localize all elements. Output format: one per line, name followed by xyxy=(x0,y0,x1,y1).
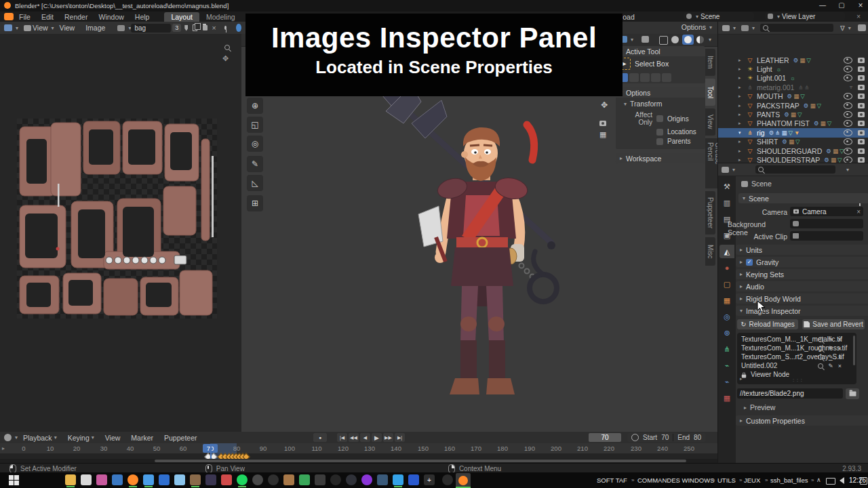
remove-view-layer-icon[interactable]: × xyxy=(856,12,861,20)
disable-render-icon[interactable] xyxy=(858,103,865,108)
minimize-button[interactable]: — xyxy=(814,1,831,9)
mode-invert-icon[interactable] xyxy=(651,73,660,82)
app-icon-movies[interactable] xyxy=(112,474,123,485)
menu-puppeteer[interactable]: Puppeteer xyxy=(159,434,202,442)
locations-checkbox[interactable] xyxy=(656,129,663,136)
origins-checkbox[interactable] xyxy=(656,115,663,122)
jump-start-button[interactable]: |◀ xyxy=(337,433,347,442)
app-icon-store[interactable] xyxy=(81,474,92,485)
app-icon-opera-gx[interactable] xyxy=(361,474,372,485)
app-icon-dark-circle[interactable] xyxy=(330,474,341,485)
timeline-editor-dropdown[interactable]: ▾ xyxy=(4,434,18,441)
shading-solid-icon[interactable] xyxy=(671,36,679,43)
object-name[interactable]: SHIRT xyxy=(757,138,778,146)
blender-menu-icon[interactable] xyxy=(4,13,14,20)
outliner-row[interactable]: ▸▽SHIRT⚙▦▽ xyxy=(718,138,868,146)
hide-viewport-icon[interactable] xyxy=(844,75,852,81)
clone-icon[interactable] xyxy=(642,36,649,43)
disable-render-icon[interactable] xyxy=(858,121,865,126)
scrollbar-handle[interactable] xyxy=(155,460,686,462)
camera-view-icon[interactable] xyxy=(599,121,606,126)
active-clip-field[interactable] xyxy=(790,231,863,241)
outliner-editor-dropdown[interactable]: ▾ xyxy=(722,25,736,31)
new-collection-icon[interactable] xyxy=(858,24,866,31)
object-name[interactable]: PACKSTRAP xyxy=(757,102,800,110)
menu-help[interactable]: Help xyxy=(130,13,155,21)
shading-dropdown-icon[interactable]: ▾ xyxy=(709,37,711,43)
uv-menu-image[interactable]: Image xyxy=(80,24,111,32)
edit-icon[interactable]: ✎ xyxy=(828,336,833,343)
hide-viewport-icon[interactable] xyxy=(844,102,852,109)
filter-dropdown[interactable]: ∇ ▾ xyxy=(840,24,851,32)
app-icon-paint3d[interactable] xyxy=(96,474,107,485)
menu-view[interactable]: View xyxy=(100,434,126,442)
options-panel-header[interactable]: ▾Options xyxy=(616,87,705,98)
tab-physics[interactable]: ◎ xyxy=(719,310,734,323)
app-icon-w[interactable] xyxy=(252,474,263,485)
units-panel-header[interactable]: ▸Units xyxy=(736,245,868,255)
object-name[interactable]: Light xyxy=(757,65,772,73)
unlink-image-icon[interactable]: × xyxy=(212,24,216,32)
menu-window[interactable]: Window xyxy=(93,13,129,21)
save-and-revert-button[interactable]: Save and Revert xyxy=(802,319,865,329)
tool-options-dropdown[interactable]: Options▾ xyxy=(682,23,712,31)
hide-viewport-icon[interactable] xyxy=(844,148,852,155)
timeline-ruler[interactable]: 010 2030 4050 6080 90100 110120 130140 1… xyxy=(0,443,717,453)
scale-tool[interactable]: ◱ xyxy=(247,117,263,133)
tab-object[interactable]: ▢ xyxy=(719,277,734,291)
outliner-row[interactable]: ▸▽PACKSTRAP⚙▦▽ xyxy=(718,101,868,110)
app-icon-obs[interactable] xyxy=(346,474,357,485)
tab-object-constraints[interactable]: ⊛ xyxy=(719,326,734,340)
tab-tool[interactable]: Tool xyxy=(705,79,715,106)
tab-object-data[interactable]: ⋔ xyxy=(719,342,734,356)
workspace-panel-header[interactable]: ▸Workspace xyxy=(616,153,705,163)
next-keyframe-button[interactable]: ▶▶ xyxy=(383,433,393,442)
tab-texture[interactable]: ▦ xyxy=(719,391,734,405)
tab-layout[interactable]: Layout xyxy=(164,12,199,22)
reload-images-button[interactable]: ↻Reload Images xyxy=(737,319,798,329)
tray-label[interactable]: ssh_bat_files xyxy=(770,476,808,484)
open-image-icon[interactable] xyxy=(203,25,208,30)
hide-viewport-icon[interactable] xyxy=(844,66,852,73)
start-frame-field[interactable]: 70 xyxy=(661,434,669,441)
maximize-button[interactable]: ▢ xyxy=(833,1,850,9)
edit-icon[interactable]: ✎ xyxy=(828,345,833,352)
outliner-row[interactable]: ▸☀Light.001☼ xyxy=(718,74,868,83)
tab-constraints[interactable]: ▦ xyxy=(719,293,734,307)
object-name[interactable]: LEATHER xyxy=(757,56,789,64)
inspect-icon[interactable] xyxy=(818,337,823,342)
end-frame-field[interactable]: 80 xyxy=(694,434,701,441)
inspect-icon[interactable] xyxy=(818,363,823,369)
tab-bone[interactable]: ⌁ xyxy=(719,359,734,372)
inspect-icon[interactable] xyxy=(818,346,823,351)
close-button[interactable]: × xyxy=(852,1,868,10)
remove-icon[interactable]: × xyxy=(838,345,842,352)
tab-tool-properties[interactable]: ⚒ xyxy=(719,180,734,193)
app-icon-wallpaper[interactable] xyxy=(377,474,388,485)
menu-edit[interactable]: Edit xyxy=(36,13,59,21)
uv-menu-view[interactable]: View xyxy=(54,24,81,32)
outliner-row[interactable]: ▸▽PHANTOM FIST⚙▦▽ xyxy=(718,119,868,128)
pan-view-icon[interactable]: ✥ xyxy=(601,100,608,110)
add-cube-tool[interactable]: ⊞ xyxy=(247,195,263,211)
disable-render-icon[interactable] xyxy=(858,75,865,81)
list-scrollbar[interactable] xyxy=(853,336,855,365)
shading-material-icon[interactable] xyxy=(682,35,694,45)
app-icon-plus[interactable]: + xyxy=(424,474,435,485)
app-icon-explorer[interactable] xyxy=(65,474,76,485)
outliner-search-field[interactable] xyxy=(760,24,833,32)
disable-render-icon[interactable] xyxy=(858,157,865,163)
play-reverse-button[interactable]: ◀ xyxy=(360,433,370,442)
tab-world[interactable]: ● xyxy=(719,261,734,274)
outliner-row[interactable]: ▸▽LEATHER⚙▦▽ xyxy=(718,56,868,64)
app-icon-blender-active[interactable] xyxy=(456,473,471,487)
camera-field[interactable]: Camera × xyxy=(790,207,863,216)
gravity-checkbox[interactable]: ✓ xyxy=(746,259,753,266)
play-button[interactable]: ▶ xyxy=(372,433,382,442)
object-name[interactable]: SHOULDERGUARD xyxy=(757,147,822,155)
properties-search-field[interactable] xyxy=(755,165,835,174)
measure-tool[interactable]: ◺ xyxy=(247,175,263,191)
shading-wireframe-icon[interactable] xyxy=(659,36,668,45)
custom-properties-panel-header[interactable]: ▸Custom Properties xyxy=(736,415,868,426)
image-browse-dropdown[interactable]: ▾ xyxy=(117,25,131,31)
